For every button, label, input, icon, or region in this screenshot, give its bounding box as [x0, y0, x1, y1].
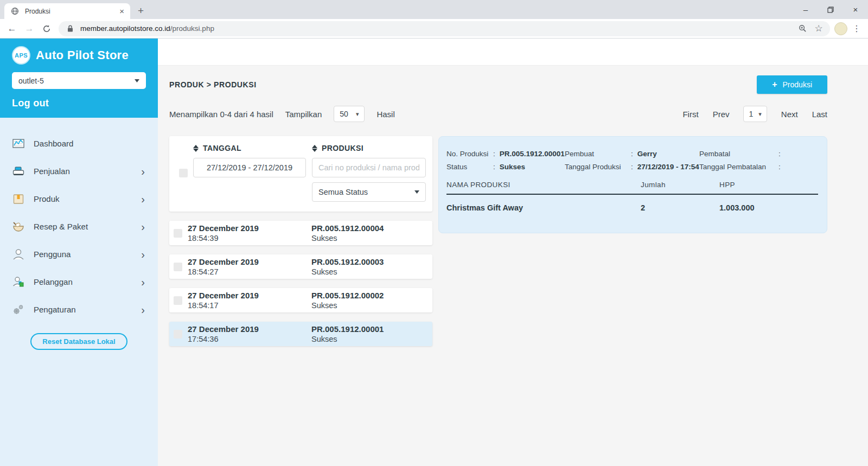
close-window-icon[interactable]: × [843, 0, 868, 19]
browser-tab[interactable]: Produksi × [4, 3, 130, 19]
row-status: Sukses [311, 233, 384, 244]
detail-value: : [778, 150, 818, 158]
lock-icon [64, 25, 76, 32]
production-row-selected[interactable]: 27 December 2019 17:54:36 PR.005.1912.00… [169, 322, 432, 346]
detail-label: Tanggal Produksi [565, 163, 631, 171]
pagination-last[interactable]: Last [812, 110, 827, 119]
tampilkan-label: Tampilkan [285, 110, 322, 119]
window-controls: – × [793, 0, 868, 19]
list-filter-card: TANGGAL PRODUKSI [169, 136, 432, 212]
detail-value: : [778, 163, 818, 171]
zoom-icon[interactable] [796, 24, 808, 33]
reset-database-button[interactable]: Reset Database Lokal [30, 333, 127, 350]
reload-icon[interactable] [39, 21, 54, 36]
add-produksi-label: Produksi [783, 80, 812, 89]
row-checkbox[interactable] [174, 330, 182, 339]
pagination-prev[interactable]: Prev [713, 110, 730, 119]
page-size-select[interactable]: 50 ▾ [334, 106, 365, 122]
chart-icon [12, 137, 25, 150]
column-label-tanggal: TANGGAL [203, 144, 241, 152]
outlet-select[interactable]: outlet-5 [12, 72, 146, 89]
sidebar-header: APS Auto Pilot Store outlet-5 Log out [0, 39, 158, 118]
logout-link[interactable]: Log out [12, 98, 146, 109]
detail-label: No. Produksi [446, 150, 493, 158]
sidebar-item-label: Pengaturan [34, 305, 132, 314]
gears-icon [12, 303, 25, 316]
row-status: Sukses [311, 267, 384, 277]
favicon-globe-icon [9, 7, 21, 15]
chevron-right-icon: › [141, 277, 145, 288]
forward-icon[interactable]: → [22, 21, 37, 36]
detail-info: No. Produksi :PR.005.1912.00001 Pembuat … [446, 150, 818, 171]
detail-value: :Gerry [631, 150, 699, 158]
sidebar-item-label: Pengguna [34, 250, 132, 259]
breadcrumb: PRODUK > PRODUKSI [169, 80, 257, 89]
minimize-icon[interactable]: – [793, 0, 818, 19]
browser-menu-icon[interactable]: ⋮ [850, 23, 864, 34]
search-input[interactable] [312, 158, 426, 177]
sidebar-item-label: Pelanggan [34, 277, 132, 286]
detail-table-header: NAMA PRODUKSI Jumlah HPP [446, 181, 818, 195]
column-header-tanggal[interactable]: TANGGAL [193, 144, 312, 152]
chevron-down-icon [135, 79, 139, 82]
pagination-first[interactable]: First [682, 110, 698, 119]
row-checkbox[interactable] [174, 229, 182, 238]
status-filter-select[interactable]: Semua Status [312, 182, 426, 202]
browser-toolbar: ← → member.autopilotstore.co.id/produksi… [0, 19, 868, 38]
chevron-right-icon: › [141, 221, 145, 232]
chevron-right-icon: › [141, 194, 145, 205]
row-time: 18:54:27 [188, 267, 311, 277]
detail-cell-jumlah: 2 [641, 203, 719, 212]
add-produksi-button[interactable]: + Produksi [757, 75, 827, 94]
back-icon[interactable]: ← [4, 21, 20, 36]
page-number-select[interactable]: 1 ▾ [743, 106, 767, 122]
row-number: PR.005.1912.00002 [311, 290, 384, 301]
bookmark-star-icon[interactable]: ☆ [813, 23, 825, 34]
sidebar-item-pengguna[interactable]: Pengguna › [0, 240, 158, 268]
sidebar-item-produk[interactable]: Produk › [0, 185, 158, 213]
user-icon [12, 248, 25, 261]
sidebar-item-pengaturan[interactable]: Pengaturan › [0, 296, 158, 323]
detail-label: Pembatal [699, 150, 778, 158]
chevron-down-icon [414, 190, 419, 194]
detail-col-nama: NAMA PRODUKSI [446, 181, 641, 189]
column-header-produksi[interactable]: PRODUKSI [312, 144, 426, 152]
production-detail-panel: No. Produksi :PR.005.1912.00001 Pembuat … [438, 136, 827, 233]
box-icon [12, 193, 25, 206]
sidebar-item-pelanggan[interactable]: Pelanggan › [0, 268, 158, 296]
sidebar-item-penjualan[interactable]: Penjualan › [0, 157, 158, 185]
close-tab-icon[interactable]: × [118, 7, 126, 16]
restore-icon[interactable] [818, 0, 843, 19]
row-checkbox[interactable] [174, 263, 182, 271]
select-all-checkbox[interactable] [179, 169, 188, 177]
sort-icon[interactable] [193, 145, 199, 152]
outlet-select-value: outlet-5 [18, 76, 44, 85]
sidebar-item-label: Penjualan [34, 167, 132, 176]
cash-register-icon [12, 165, 25, 178]
sidebar-item-label: Resep & Paket [34, 222, 132, 231]
row-number: PR.005.1912.00001 [311, 324, 384, 334]
row-date: 27 December 2019 [188, 324, 311, 334]
new-tab-icon[interactable]: + [138, 5, 144, 17]
production-row[interactable]: 27 December 2019 18:54:39 PR.005.1912.00… [169, 221, 432, 245]
detail-value: :Sukses [493, 163, 565, 171]
mortar-icon [12, 220, 25, 233]
production-row[interactable]: 27 December 2019 18:54:27 PR.005.1912.00… [169, 254, 432, 279]
sidebar-item-resep-paket[interactable]: Resep & Paket › [0, 213, 158, 240]
chevron-right-icon: › [141, 304, 145, 315]
row-checkbox[interactable] [174, 296, 182, 305]
profile-avatar[interactable] [834, 22, 847, 35]
row-number: PR.005.1912.00004 [311, 223, 384, 233]
production-row[interactable]: 27 December 2019 18:54:17 PR.005.1912.00… [169, 288, 432, 312]
sidebar-item-dashboard[interactable]: Dashboard [0, 130, 158, 157]
chevron-down-icon: ▾ [758, 111, 762, 118]
pagination-next[interactable]: Next [781, 110, 798, 119]
main-top-strip [158, 39, 868, 66]
detail-label: Status [446, 163, 493, 171]
aps-logo: APS [12, 46, 30, 65]
row-date: 27 December 2019 [188, 290, 311, 301]
date-range-input[interactable] [193, 158, 306, 177]
url-text: member.autopilotstore.co.id/produksi.php [80, 24, 792, 33]
sort-icon[interactable] [312, 145, 317, 152]
url-bar[interactable]: member.autopilotstore.co.id/produksi.php… [59, 21, 830, 36]
